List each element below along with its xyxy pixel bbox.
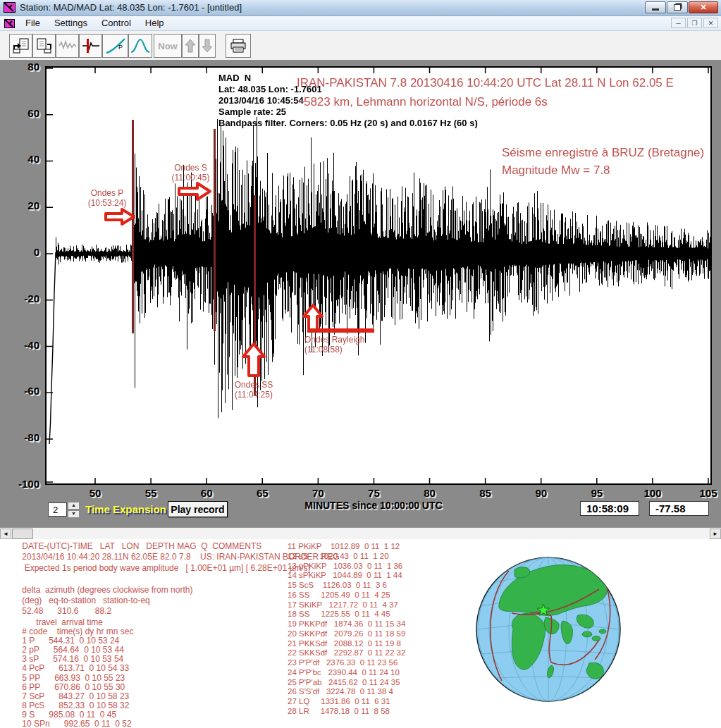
p-pick-line	[132, 120, 134, 333]
menu-item-file[interactable]: File	[18, 16, 47, 30]
s-wave-arrow-icon	[177, 181, 212, 202]
filter-button[interactable]	[128, 34, 152, 58]
spinner-down-button[interactable]: ▼	[68, 510, 80, 518]
view-helicorder-button[interactable]	[56, 34, 79, 58]
y-axis-label--40: -40	[8, 339, 39, 352]
now-label: Now	[158, 41, 177, 51]
menu-item-settings[interactable]: Settings	[47, 16, 94, 30]
x-axis-label-55: 55	[130, 487, 172, 499]
menu-items: FileSettingsControlHelp	[18, 16, 171, 30]
scrollbar-left-button[interactable]: ◄	[0, 529, 11, 539]
printer-icon	[229, 38, 247, 54]
report-area: DATE-(UTC)-TIME LAT LON DEPTH MAG Q COMM…	[0, 539, 721, 728]
record-note-line2: Magnitude Mw = 7.8	[502, 161, 720, 179]
seismogram-plot	[45, 66, 712, 485]
scrollbar-right-button[interactable]: ►	[710, 529, 721, 539]
ss-wave-time: (11:04:25)	[226, 390, 282, 400]
event-title-line2: ~5823 km, Lehmann horizontal N/S, périod…	[297, 92, 720, 111]
x-axis-label-70: 70	[297, 487, 339, 499]
y-axis-label--100: -100	[8, 478, 39, 491]
x-axis-title: MINUTES since 10:00:00 UTC	[268, 500, 479, 511]
s-wave-label: Ondes S	[161, 163, 221, 173]
p-wave-label: Ondes P	[79, 188, 135, 198]
time-expansion-label: Time Expansion	[85, 503, 166, 515]
x-axis-label-90: 90	[520, 487, 562, 499]
world-globe	[465, 548, 631, 715]
up-arrow-icon	[185, 38, 196, 54]
now-button[interactable]: Now	[154, 34, 182, 58]
y-axis-label--60: -60	[8, 385, 39, 397]
open-record-button[interactable]	[9, 34, 32, 58]
app-window: { "window": { "title": "Station: MAD/MAD…	[0, 0, 721, 728]
rayleigh-marker-bar	[307, 328, 374, 333]
scroll-up-button[interactable]	[182, 34, 199, 58]
y-axis-label-0: 0	[8, 246, 39, 259]
x-axis-label-60: 60	[185, 487, 228, 499]
restore-icon	[674, 4, 681, 11]
event-title-line1: IRAN-PAKISTAN 7.8 20130416 10:44:20 UTC …	[297, 73, 720, 92]
cursor-value-field[interactable]: -77.58	[649, 501, 709, 516]
menu-item-help[interactable]: Help	[138, 16, 171, 30]
travel-time-curve-icon: P	[104, 37, 127, 55]
scrollbar-thumb[interactable]	[12, 529, 33, 539]
y-axis-label-80: 80	[8, 61, 39, 73]
time-expansion-input[interactable]: 2	[48, 502, 67, 517]
record-note-line1: Séisme enregistré à BRUZ (Bretagne)	[502, 144, 720, 161]
menu-bar: FileSettingsControlHelp ─ ❐ ✕	[0, 16, 721, 31]
mdi-restore-button[interactable]: ❐	[687, 18, 702, 28]
travel-time-table-left: travel arrival time # code time(s) dy hr…	[20, 618, 133, 728]
s-wave-annotation: Ondes S (11:00:45)	[161, 163, 221, 183]
event-title: IRAN-PAKISTAN 7.8 20130416 10:44:20 UTC …	[297, 73, 720, 111]
open-record-icon	[12, 37, 30, 54]
app-icon	[4, 2, 16, 16]
close-icon: ✕	[700, 3, 706, 12]
title-bar: Station: MAD/MAD Lat: 48.035 Lon: -1.760…	[0, 0, 721, 16]
pick-phase-button[interactable]	[79, 34, 102, 58]
close-button[interactable]: ✕	[689, 1, 718, 13]
save-record-icon	[35, 37, 54, 54]
p-wave-arrow-icon	[104, 207, 136, 226]
horizontal-scrollbar[interactable]: ◄ ►	[0, 527, 721, 540]
restore-button[interactable]	[667, 1, 688, 13]
rayleigh-annotation: Ondes Rayleigh (11:08:58)	[304, 335, 382, 354]
y-axis-label--20: -20	[8, 292, 39, 305]
ss-wave-annotation: Ondes SS (11:04:25)	[226, 380, 282, 400]
time-expansion-spinner: ▲ ▼	[68, 502, 80, 518]
x-axis-label-75: 75	[352, 487, 395, 499]
travel-time-button[interactable]: P	[102, 34, 128, 58]
down-arrow-icon	[202, 38, 213, 54]
print-button[interactable]	[226, 34, 251, 58]
ss-wave-arrow-icon	[241, 342, 266, 378]
x-axis-label-65: 65	[241, 487, 283, 499]
y-axis-label--80: -80	[8, 431, 39, 444]
x-axis-label-85: 85	[464, 487, 507, 499]
minimize-button[interactable]	[645, 1, 666, 13]
cursor-time-field[interactable]: 10:58:09	[580, 501, 639, 516]
scroll-down-button[interactable]	[199, 34, 216, 58]
window-title: Station: MAD/MAD Lat: 48.035 Lon: -1.760…	[20, 2, 242, 13]
main-panel: MAD N Lat: 48.035 Lon: -1.7601 2013/04/1…	[0, 60, 721, 527]
x-axis-label-95: 95	[576, 487, 618, 499]
mdi-close-button[interactable]: ✕	[703, 18, 718, 28]
pick-phase-icon	[81, 37, 101, 54]
s-pick-line	[214, 129, 216, 331]
spinner-up-button[interactable]: ▲	[68, 502, 80, 510]
menu-item-control[interactable]: Control	[94, 16, 138, 30]
x-axis-label-105: 105	[687, 487, 721, 499]
play-record-button[interactable]: Play record	[168, 501, 228, 517]
mdi-minimize-button[interactable]: ─	[671, 18, 686, 28]
save-record-button[interactable]	[32, 34, 56, 58]
x-axis-label-80: 80	[409, 487, 451, 499]
rayleigh-label: Ondes Rayleigh	[304, 335, 382, 345]
x-axis-label-50: 50	[74, 487, 116, 499]
document-icon	[4, 18, 15, 31]
x-axis-label-100: 100	[631, 487, 674, 499]
bell-curve-icon	[130, 37, 151, 55]
y-axis-label-20: 20	[8, 199, 39, 212]
svg-text:P: P	[118, 44, 123, 51]
seismogram-canvas[interactable]	[47, 68, 710, 483]
p-wave-annotation: Ondes P (10:53:24)	[79, 188, 135, 208]
waveform-icon	[58, 38, 78, 54]
toolbar: P Now	[0, 31, 721, 60]
record-note: Séisme enregistré à BRUZ (Bretagne) Magn…	[502, 144, 720, 179]
